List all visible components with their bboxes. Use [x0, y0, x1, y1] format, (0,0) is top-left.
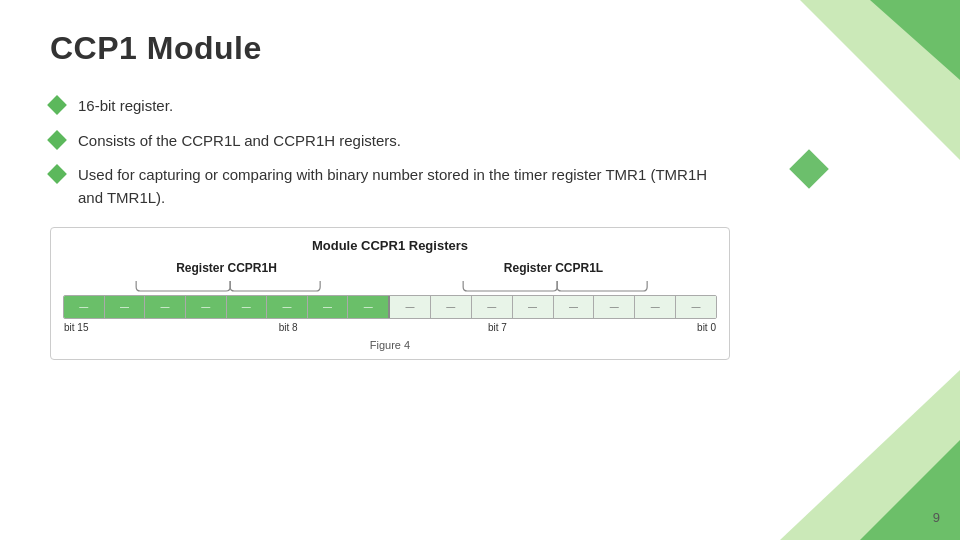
bit-cell-l: — — [594, 296, 635, 318]
list-item: 16-bit register. — [50, 95, 730, 118]
page-title: CCP1 Module — [50, 30, 730, 67]
bullet-text-2: Consists of the CCPR1L and CCPR1H regist… — [78, 130, 730, 153]
bit-num-15: bit 15 — [64, 322, 88, 333]
page-number: 9 — [933, 510, 940, 525]
bit-cell: — — [64, 296, 105, 318]
bit-group-high: — — — — — — — — — [64, 296, 390, 318]
bit-cell: — — [145, 296, 186, 318]
list-item: Consists of the CCPR1L and CCPR1H regist… — [50, 130, 730, 153]
svg-marker-4 — [860, 440, 960, 540]
list-item: Used for capturing or comparing with bin… — [50, 164, 730, 209]
svg-marker-1 — [870, 0, 960, 80]
braces-row — [63, 279, 717, 293]
bullet-diamond-3 — [47, 164, 67, 184]
figure-caption: Figure 4 — [63, 339, 717, 351]
register-labels-row: Register CCPR1H Register CCPR1L — [63, 261, 717, 275]
bullet-diamond-2 — [47, 130, 67, 150]
reg-l-label: Register CCPR1L — [390, 261, 717, 275]
bit-num-8: bit 8 — [279, 322, 298, 333]
deco-top-right — [740, 0, 960, 200]
bullet-list: 16-bit register. Consists of the CCPR1L … — [50, 95, 730, 209]
brace-h — [63, 279, 390, 293]
bullet-text-1: 16-bit register. — [78, 95, 730, 118]
bullet-diamond-1 — [47, 95, 67, 115]
bit-cell-l: — — [635, 296, 676, 318]
bit-num-7: bit 7 — [488, 322, 507, 333]
svg-rect-2 — [789, 149, 829, 189]
main-content: CCP1 Module 16-bit register. Consists of… — [50, 30, 730, 500]
bullet-text-3: Used for capturing or comparing with bin… — [78, 164, 730, 209]
bit-cell: — — [267, 296, 308, 318]
bit-cell: — — [186, 296, 227, 318]
bits-register-row: — — — — — — — — — — — — — — — — — [63, 295, 717, 319]
bit-num-0: bit 0 — [697, 322, 716, 333]
bit-cell: — — [308, 296, 349, 318]
bit-nums-row: bit 15 bit 8 bit 7 bit 0 — [63, 322, 717, 333]
bit-cell-l: — — [472, 296, 513, 318]
bit-cell: — — [105, 296, 146, 318]
register-diagram: Module CCPR1 Registers Register CCPR1H R… — [50, 227, 730, 360]
bit-cell-l: — — [390, 296, 431, 318]
diagram-title: Module CCPR1 Registers — [63, 238, 717, 253]
bit-cell-l: — — [676, 296, 716, 318]
bit-cell: — — [227, 296, 268, 318]
bit-cell: — — [348, 296, 388, 318]
bit-cell-l: — — [554, 296, 595, 318]
bit-group-low: — — — — — — — — — [390, 296, 716, 318]
svg-marker-0 — [800, 0, 960, 160]
bit-cell-l: — — [431, 296, 472, 318]
reg-h-label: Register CCPR1H — [63, 261, 390, 275]
bit-cell-l: — — [513, 296, 554, 318]
brace-l — [390, 279, 717, 293]
